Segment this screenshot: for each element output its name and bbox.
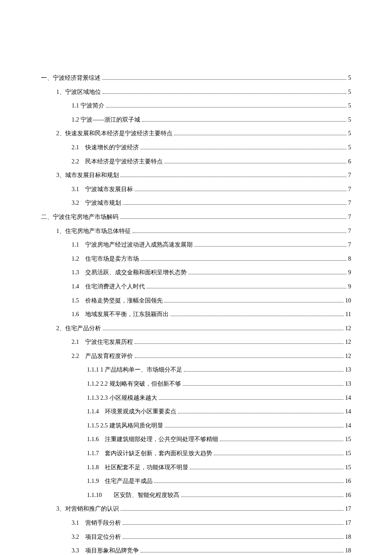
toc-entry[interactable]: 1.5 价格走势坚挺，涨幅全国领先10 [41, 295, 351, 307]
toc-leader-dots [181, 497, 343, 497]
toc-leader-dots [141, 552, 344, 552]
toc-entry[interactable]: 2.1 快速增长的宁波经济5 [41, 142, 351, 154]
toc-entry[interactable]: 1.2 宁波——浙江的双子城5 [41, 114, 351, 126]
toc-entry-page: 5 [348, 100, 351, 112]
toc-entry[interactable]: 1.1.7 套内设计缺乏创新，套内面积呈放大趋势15 [41, 448, 351, 459]
toc-leader-dots [142, 121, 346, 122]
toc-entry-label: 1.1.8 社区配套不足，功能体现不明显 [87, 462, 188, 474]
toc-entry[interactable]: 1.1 宁波简介5 [41, 100, 351, 112]
toc-entry[interactable]: 1.6 地域发展不平衡，江东脱颖而出11 [41, 309, 351, 320]
toc-entry-label: 3.1 营销手段分析 [72, 517, 121, 529]
toc-entry-label: 2.1 快速增长的宁波经济 [72, 142, 139, 154]
toc-entry[interactable]: 1.1.9 住宅产品是半成品16 [41, 476, 351, 487]
toc-entry[interactable]: 1.1.2 2.2 规划略有突破，但创新不够13 [41, 378, 351, 390]
toc-leader-dots [147, 288, 347, 288]
toc-entry[interactable]: 1.1.8 社区配套不足，功能体现不明显15 [41, 462, 351, 474]
toc-entry[interactable]: 3.3 项目形象和品牌竞争18 [41, 545, 351, 555]
toc-leader-dots [154, 482, 343, 483]
toc-entry-label: 3.1 宁波城市发展目标 [72, 184, 133, 195]
toc-entry-label: 1.1.5 2.5 建筑风格同质化明显 [87, 420, 163, 432]
toc-entry-page: 9 [348, 267, 351, 279]
toc-entry-label: 1.1.2 2.2 规划略有突破，但创新不够 [87, 378, 181, 390]
toc-entry[interactable]: 1.1.4 环境景观成为小区重要卖点14 [41, 406, 351, 418]
toc-entry-page: 15 [345, 448, 351, 459]
toc-entry-label: 1.3 交易活跃、成交金额和面积呈增长态势 [72, 267, 187, 279]
toc-entry-page: 5 [348, 128, 351, 139]
toc-entry[interactable]: 2.2 产品发育程度评价12 [41, 351, 351, 362]
toc-entry-page: 13 [345, 364, 351, 376]
toc-entry[interactable]: 1、宁波区域地位5 [41, 87, 351, 98]
toc-leader-dots [135, 191, 347, 191]
toc-entry-label: 3、城市发展目标和规划 [56, 170, 119, 181]
toc-entry-page: 7 [348, 198, 351, 209]
toc-entry[interactable]: 1.1.3 2.3 小区规模越来越大14 [41, 392, 351, 404]
toc-entry-page: 17 [345, 517, 351, 529]
toc-leader-dots [214, 455, 343, 455]
toc-entry-page: 9 [348, 281, 351, 293]
toc-entry[interactable]: 2.2 民本经济是宁波经济主要特点6 [41, 156, 351, 168]
toc-entry-label: 1.1 宁波房地产经过波动进入成熟高速发展期 [72, 239, 193, 251]
toc-entry[interactable]: 1.3 交易活跃、成交金额和面积呈增长态势9 [41, 267, 351, 279]
toc-entry-label: 1.1.10 区安防、智能化程度较高 [87, 490, 179, 501]
toc-entry-page: 5 [348, 73, 351, 84]
toc-entry-label: 1、宁波区域地位 [56, 87, 101, 98]
toc-entry[interactable]: 2.1 宁波住宅发展历程12 [41, 337, 351, 348]
toc-entry[interactable]: 1.1.5 2.5 建筑风格同质化明显14 [41, 420, 351, 432]
toc-entry[interactable]: 1.1.6 注重建筑细部处理，公共空间处理不够精细15 [41, 434, 351, 445]
toc-entry[interactable]: 3、城市发展目标和规划7 [41, 170, 351, 181]
toc-entry-label: 1.1 宁波简介 [72, 100, 104, 112]
toc-entry-label: 2.2 民本经济是宁波经济主要特点 [72, 156, 163, 168]
toc-entry-label: 2.1 宁波住宅发展历程 [72, 337, 133, 348]
toc-entry-page: 13 [345, 378, 351, 390]
toc-leader-dots [220, 441, 343, 441]
toc-leader-dots [135, 343, 344, 344]
toc-entry[interactable]: 1.1.1 1 产品结构单一、市场细分不足13 [41, 364, 351, 376]
toc-entry-page: 10 [345, 295, 351, 307]
toc-entry[interactable]: 2、住宅产品分析12 [41, 323, 351, 334]
toc-entry-label: 1、住宅房地产市场总体特征 [56, 226, 131, 237]
toc-leader-dots [174, 135, 346, 135]
toc-entry-page: 5 [348, 114, 351, 126]
toc-entry-page: 15 [345, 434, 351, 445]
toc-entry[interactable]: 3.2 项目定位分析18 [41, 532, 351, 543]
toc-entry-page: 12 [345, 323, 351, 334]
toc-leader-dots [164, 163, 347, 163]
table-of-contents: 一、宁波经济背景综述51、宁波区域地位51.1 宁波简介51.2 宁波——浙江的… [41, 73, 351, 555]
toc-entry-page: 18 [345, 532, 351, 543]
toc-entry-label: 1.1.3 2.3 小区规模越来越大 [87, 392, 157, 404]
toc-entry[interactable]: 3、对营销和推广的认识17 [41, 503, 351, 515]
toc-entry-page: 8 [348, 253, 351, 265]
toc-leader-dots [159, 399, 344, 400]
toc-entry[interactable]: 1.1 宁波房地产经过波动进入成熟高速发展期7 [41, 239, 351, 251]
toc-entry-page: 6 [348, 156, 351, 168]
toc-entry[interactable]: 1、住宅房地产市场总体特征7 [41, 226, 351, 237]
toc-entry-page: 7 [348, 212, 351, 223]
toc-entry[interactable]: 3.1 宁波城市发展目标7 [41, 184, 351, 195]
toc-leader-dots [183, 385, 344, 386]
toc-leader-dots [141, 149, 347, 149]
toc-entry-label: 1.1.1 1 产品结构单一、市场细分不足 [87, 364, 182, 376]
toc-entry[interactable]: 3.1 营销手段分析17 [41, 517, 351, 529]
toc-leader-dots [133, 232, 346, 233]
toc-leader-dots [102, 79, 346, 80]
toc-entry-page: 7 [348, 170, 351, 181]
toc-entry[interactable]: 一、宁波经济背景综述5 [41, 73, 351, 84]
toc-entry[interactable]: 1.1.10 区安防、智能化程度较高16 [41, 490, 351, 501]
toc-entry-label: 3、对营销和推广的认识 [56, 503, 119, 515]
toc-leader-dots [121, 177, 346, 177]
toc-entry[interactable]: 二、宁波住宅房地产市场解码7 [41, 212, 351, 223]
toc-entry[interactable]: 2、快速发展和民本经济是宁波经济主要特点5 [41, 128, 351, 139]
toc-entry[interactable]: 1.2 住宅市场是卖方市场8 [41, 253, 351, 265]
toc-entry-label: 1.6 地域发展不平衡，江东脱颖而出 [72, 309, 169, 320]
toc-entry[interactable]: 3.2 宁波城市规划7 [41, 198, 351, 209]
toc-leader-dots [106, 107, 346, 108]
toc-entry-page: 5 [348, 87, 351, 98]
toc-leader-dots [121, 510, 343, 511]
toc-entry[interactable]: 1.4 住宅消费进入个人时代9 [41, 281, 351, 293]
toc-leader-dots [190, 469, 343, 469]
toc-leader-dots [184, 371, 343, 372]
toc-entry-label: 1.4 住宅消费进入个人时代 [72, 281, 145, 293]
toc-entry-page: 14 [345, 420, 351, 432]
toc-entry-label: 1.1.7 套内设计缺乏创新，套内面积呈放大趋势 [87, 448, 212, 459]
toc-entry-page: 14 [345, 392, 351, 404]
